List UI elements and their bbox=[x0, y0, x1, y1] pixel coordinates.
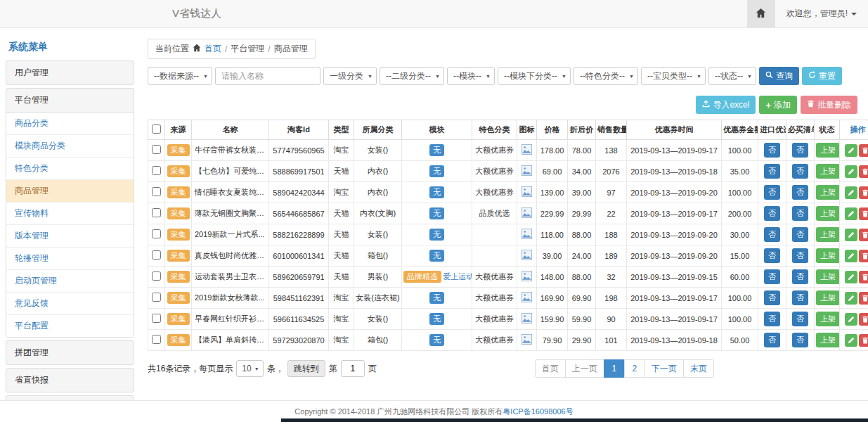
name-search-input[interactable] bbox=[215, 67, 320, 85]
delete-button[interactable] bbox=[859, 292, 868, 305]
must-buy-toggle[interactable]: 否 bbox=[792, 248, 808, 263]
shelf-status-button[interactable]: 上架 bbox=[816, 227, 840, 242]
sidebar-subitem[interactable]: 商品管理 bbox=[6, 179, 134, 202]
sidebar-subitem[interactable]: 商品分类 bbox=[6, 113, 134, 134]
shelf-status-button[interactable]: 上架 bbox=[816, 333, 840, 347]
icp-link[interactable]: 粤ICP备16098006号 bbox=[503, 407, 573, 417]
delete-button[interactable] bbox=[859, 165, 868, 178]
home-button[interactable] bbox=[747, 0, 775, 27]
shelf-status-button[interactable]: 上架 bbox=[816, 206, 840, 221]
edit-button[interactable] bbox=[845, 313, 857, 326]
must-buy-toggle[interactable]: 否 bbox=[792, 290, 808, 305]
import-optional-toggle[interactable]: 否 bbox=[764, 290, 780, 305]
delete-button[interactable] bbox=[859, 334, 868, 347]
module-filter[interactable]: --模块--▼ bbox=[447, 67, 495, 85]
sidebar-subitem[interactable]: 平台配置 bbox=[6, 314, 134, 337]
module-subcategory-filter[interactable]: --模块下分类--▼ bbox=[498, 67, 571, 85]
delete-button[interactable] bbox=[859, 207, 868, 220]
edit-button[interactable] bbox=[845, 165, 857, 178]
sidebar-item[interactable]: 平台管理 bbox=[6, 88, 134, 113]
batch-delete-button[interactable]: 批量删除 bbox=[801, 96, 857, 114]
sidebar-item[interactable]: 拼团管理 bbox=[6, 340, 134, 365]
edit-button[interactable] bbox=[845, 271, 857, 283]
sidebar-subitem[interactable]: 启动页管理 bbox=[6, 269, 134, 292]
edit-button[interactable] bbox=[845, 144, 857, 157]
import-optional-toggle[interactable]: 否 bbox=[764, 164, 780, 179]
pager-button[interactable]: 上一页 bbox=[565, 359, 604, 378]
must-buy-toggle[interactable]: 否 bbox=[792, 333, 808, 347]
must-buy-toggle[interactable]: 否 bbox=[792, 227, 808, 242]
shelf-status-button[interactable]: 上架 bbox=[816, 185, 840, 200]
page-size-select[interactable]: 10 ▼ bbox=[236, 360, 263, 377]
sidebar-subitem[interactable]: 宣传物料 bbox=[6, 202, 134, 224]
row-checkbox[interactable] bbox=[152, 271, 161, 281]
sidebar-subitem[interactable]: 特色分类 bbox=[6, 157, 134, 179]
shelf-status-button[interactable]: 上架 bbox=[816, 248, 840, 263]
must-buy-toggle[interactable]: 否 bbox=[792, 164, 808, 179]
import-optional-toggle[interactable]: 否 bbox=[764, 312, 780, 326]
must-buy-toggle[interactable]: 否 bbox=[792, 269, 808, 284]
row-checkbox[interactable] bbox=[152, 250, 161, 260]
import-optional-toggle[interactable]: 否 bbox=[764, 248, 780, 263]
search-button[interactable]: 查询 bbox=[759, 67, 799, 85]
edit-button[interactable] bbox=[845, 186, 857, 199]
sidebar-subitem[interactable]: 版本管理 bbox=[6, 224, 134, 247]
pager-button[interactable]: 首页 bbox=[535, 359, 566, 378]
shelf-status-button[interactable]: 上架 bbox=[816, 312, 840, 326]
must-buy-toggle[interactable]: 否 bbox=[792, 143, 808, 158]
delete-button[interactable] bbox=[859, 271, 868, 283]
pager-button[interactable]: 末页 bbox=[683, 359, 714, 378]
pager-button[interactable]: 下一页 bbox=[644, 359, 684, 378]
select-all-checkbox[interactable] bbox=[152, 124, 161, 134]
feature-category-filter[interactable]: --特色分类--▼ bbox=[574, 67, 638, 85]
delete-button[interactable] bbox=[859, 250, 868, 262]
shelf-status-button[interactable]: 上架 bbox=[816, 143, 840, 158]
sidebar-item[interactable]: 用户管理 bbox=[6, 60, 134, 85]
reset-button[interactable]: 重置 bbox=[802, 67, 842, 85]
user-menu[interactable]: 欢迎您，管理员! bbox=[775, 0, 868, 27]
edit-button[interactable] bbox=[845, 250, 857, 262]
sidebar-subitem[interactable]: 轮播管理 bbox=[6, 247, 134, 269]
delete-button[interactable] bbox=[859, 229, 868, 241]
edit-button[interactable] bbox=[845, 229, 857, 241]
edit-button[interactable] bbox=[845, 207, 857, 220]
add-button[interactable]: + 添加 bbox=[759, 96, 797, 114]
breadcrumb-home-link[interactable]: 首页 bbox=[205, 43, 221, 55]
row-checkbox[interactable] bbox=[152, 293, 161, 302]
edit-button[interactable] bbox=[845, 292, 857, 305]
row-checkbox[interactable] bbox=[152, 145, 161, 154]
row-checkbox[interactable] bbox=[152, 229, 161, 238]
edit-button[interactable] bbox=[845, 334, 857, 347]
must-buy-toggle[interactable]: 否 bbox=[792, 312, 808, 326]
row-checkbox[interactable] bbox=[152, 208, 161, 217]
import-excel-button[interactable]: 导入excel bbox=[696, 96, 756, 114]
import-optional-toggle[interactable]: 否 bbox=[764, 269, 780, 284]
row-checkbox[interactable] bbox=[152, 335, 161, 344]
jump-page-input[interactable] bbox=[341, 360, 365, 377]
row-checkbox[interactable] bbox=[152, 166, 161, 175]
pager-button[interactable]: 1 bbox=[604, 359, 625, 378]
level2-category-filter[interactable]: --二级分类--▼ bbox=[380, 67, 444, 85]
delete-button[interactable] bbox=[859, 144, 868, 157]
must-buy-toggle[interactable]: 否 bbox=[792, 206, 808, 221]
sidebar-subitem[interactable]: 意见反馈 bbox=[6, 292, 134, 314]
sidebar-item[interactable]: 消息管理 bbox=[6, 395, 134, 400]
must-buy-toggle[interactable]: 否 bbox=[792, 185, 808, 200]
delete-button[interactable] bbox=[859, 313, 868, 326]
status-filter[interactable]: --状态--▼ bbox=[708, 67, 756, 85]
item-type-filter[interactable]: --宝贝类型--▼ bbox=[641, 67, 706, 85]
row-checkbox[interactable] bbox=[152, 314, 161, 323]
import-optional-toggle[interactable]: 否 bbox=[764, 185, 780, 200]
import-optional-toggle[interactable]: 否 bbox=[764, 206, 780, 221]
sidebar-subitem[interactable]: 模块商品分类 bbox=[6, 134, 134, 157]
row-checkbox[interactable] bbox=[152, 187, 161, 196]
delete-button[interactable] bbox=[859, 186, 868, 199]
import-optional-toggle[interactable]: 否 bbox=[764, 227, 780, 242]
import-optional-toggle[interactable]: 否 bbox=[764, 143, 780, 158]
shelf-status-button[interactable]: 上架 bbox=[816, 290, 840, 305]
pager-button[interactable]: 2 bbox=[624, 359, 645, 378]
jump-button[interactable]: 跳转到 bbox=[287, 360, 325, 377]
import-optional-toggle[interactable]: 否 bbox=[764, 333, 780, 347]
sidebar-item[interactable]: 省直快报 bbox=[6, 368, 134, 392]
shelf-status-button[interactable]: 上架 bbox=[816, 269, 840, 284]
